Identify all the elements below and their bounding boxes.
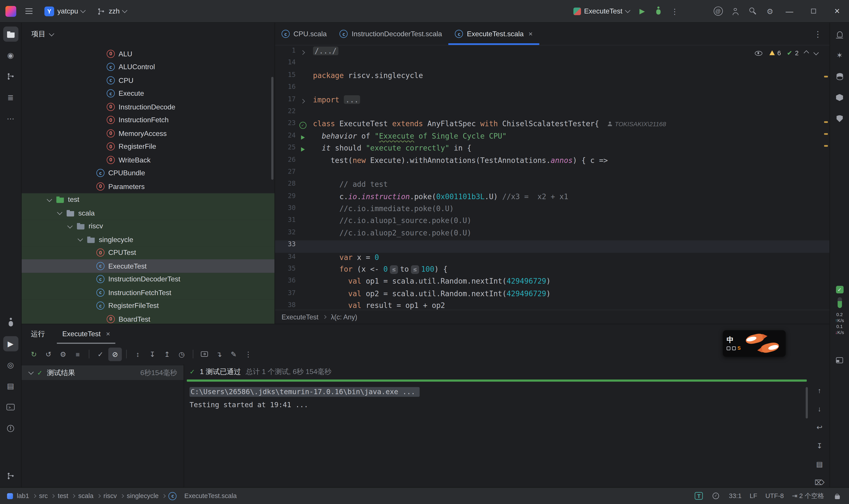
- close-icon[interactable]: ×: [106, 329, 110, 338]
- scrollbar-thumb[interactable]: [271, 77, 273, 180]
- console-line[interactable]: C:\Users\26586\.jdks\temurin-17.0.16\bin…: [189, 385, 809, 399]
- tree-item[interactable]: OCPUTest: [22, 246, 275, 259]
- status-path-item[interactable]: riscv: [104, 492, 117, 500]
- tree-item[interactable]: cRegisterFileTest: [22, 299, 275, 312]
- print-icon[interactable]: ▤: [813, 457, 826, 470]
- indent-setting[interactable]: ⇥ 2 个空格: [792, 491, 824, 501]
- console-line[interactable]: Testing started at 19:41 ...: [189, 398, 809, 411]
- tree-item[interactable]: cCPU: [22, 74, 275, 87]
- tree-item[interactable]: OMemoryAccess: [22, 127, 275, 140]
- tab-close-icon[interactable]: ×: [529, 30, 533, 38]
- coverage-icon[interactable]: ◎: [3, 357, 18, 373]
- fold-arrow-icon[interactable]: [301, 99, 305, 104]
- services-icon[interactable]: ▤: [3, 378, 18, 394]
- chevron-down-icon[interactable]: [29, 370, 34, 375]
- code-text[interactable]: val result = op1 + op2: [310, 301, 830, 310]
- notifications-icon[interactable]: [832, 26, 847, 42]
- ai-assistant-icon[interactable]: ✶: [832, 48, 847, 63]
- code-text[interactable]: //c.io.immediate.poke(0.U): [310, 204, 830, 216]
- tree-item[interactable]: OParameters: [22, 180, 275, 193]
- structure-icon[interactable]: ≣: [3, 90, 18, 105]
- console-output[interactable]: C:\Users\26586\.jdks\temurin-17.0.16\bin…: [184, 385, 810, 487]
- show-passed-icon[interactable]: ✓: [94, 347, 107, 361]
- run-panel-title[interactable]: 运行: [31, 329, 45, 339]
- clear-icon[interactable]: ⌦: [813, 476, 826, 489]
- inspections-widget[interactable]: 6 ✔2: [750, 48, 821, 58]
- branch-widget[interactable]: zzh: [92, 3, 131, 19]
- chevron-down-icon[interactable]: [47, 196, 52, 201]
- code-with-me-icon[interactable]: [728, 3, 743, 19]
- code-text[interactable]: c.io.instruction.poke(0x001101b3L.U) //x…: [310, 192, 830, 204]
- run-test-gutter-icon[interactable]: [301, 147, 304, 152]
- import-test-results-icon[interactable]: ↴: [212, 347, 226, 361]
- tab-options-icon[interactable]: ⋮: [806, 23, 830, 45]
- code-text[interactable]: //c.io.aluop1_source.poke(0.U): [310, 216, 830, 228]
- show-ignored-icon[interactable]: ⊘: [108, 347, 122, 361]
- code-text[interactable]: behavior of "Exxecute of Single Cycle CP…: [310, 131, 830, 143]
- tree-item[interactable]: ORegisterFile: [22, 140, 275, 153]
- no-problems-icon[interactable]: [711, 491, 721, 501]
- run-test-gutter-icon[interactable]: [301, 135, 304, 140]
- close-button[interactable]: ×: [825, 0, 849, 22]
- memory-indicator[interactable]: [837, 297, 842, 308]
- checks-passed-icon[interactable]: ✓: [836, 286, 843, 293]
- next-problem-icon[interactable]: [813, 50, 818, 55]
- rerun-icon[interactable]: ↻: [27, 347, 40, 361]
- project-widget[interactable]: Y yatcpu: [40, 3, 89, 19]
- search-icon[interactable]: [745, 3, 760, 19]
- chevron-down-icon[interactable]: [57, 210, 62, 215]
- run-icon[interactable]: ▶: [3, 336, 18, 352]
- status-path-item[interactable]: scala: [78, 492, 93, 500]
- passed-count[interactable]: ✔2: [787, 49, 799, 57]
- test-results-row[interactable]: ✓ 测试结果 6秒154毫秒: [22, 365, 183, 380]
- more-icon[interactable]: ⋮: [241, 347, 255, 361]
- warning-stripe-mark[interactable]: [824, 133, 828, 134]
- code-text[interactable]: // add test: [310, 180, 830, 192]
- tree-item[interactable]: test: [22, 193, 275, 206]
- status-path-item[interactable]: src: [39, 492, 48, 500]
- chevron-down-icon[interactable]: [78, 236, 83, 241]
- code-text[interactable]: package riscv.singlecycle: [310, 71, 830, 83]
- scroll-down-icon[interactable]: ↓: [813, 402, 826, 415]
- code-text[interactable]: for (x <- 0≤to≤100) {: [310, 265, 830, 277]
- soft-wrap-icon[interactable]: ↩: [813, 421, 826, 434]
- expand-all-icon[interactable]: ↧: [146, 347, 159, 361]
- tree-item[interactable]: cInstructionDecoderTest: [22, 273, 275, 286]
- code-text[interactable]: //c.io.aluop2_source.poke(0.U): [310, 228, 830, 240]
- warning-stripe-mark[interactable]: [824, 121, 828, 123]
- build-tool-icon[interactable]: [832, 90, 847, 105]
- run-button[interactable]: ▶: [634, 3, 650, 19]
- status-path-item[interactable]: ExecuteTest.scala: [184, 492, 237, 500]
- tree-item[interactable]: scala: [22, 206, 275, 219]
- tree-item[interactable]: OALU: [22, 47, 275, 60]
- tree-item[interactable]: riscv: [22, 219, 275, 233]
- problems-icon[interactable]: [3, 421, 18, 436]
- breadcrumb-item[interactable]: λ(c: Any): [331, 313, 357, 321]
- editor-tab[interactable]: cExecuteTest.scala×: [449, 23, 539, 45]
- terminal-icon[interactable]: [3, 399, 18, 415]
- main-menu-icon[interactable]: [21, 3, 37, 19]
- lock-icon[interactable]: [832, 491, 842, 501]
- warning-stripe-mark[interactable]: [824, 145, 828, 147]
- tree-item[interactable]: OWriteBack: [22, 153, 275, 166]
- snapshot-icon[interactable]: [198, 347, 211, 361]
- collapse-all-icon[interactable]: ↥: [160, 347, 174, 361]
- prev-problem-icon[interactable]: [804, 51, 809, 56]
- status-path-item[interactable]: lab1: [17, 492, 29, 500]
- line-ending[interactable]: LF: [750, 492, 757, 500]
- file-encoding[interactable]: UTF-8: [765, 492, 784, 500]
- stop-icon[interactable]: ■: [71, 347, 85, 361]
- run-config-selector[interactable]: ExecuteTest: [569, 3, 633, 19]
- editor-tab[interactable]: cCPU.scala: [275, 23, 333, 45]
- tree-item[interactable]: singlecycle: [22, 233, 275, 246]
- tree-item[interactable]: cExecuteTest: [22, 259, 275, 273]
- highlighting-eye-icon[interactable]: [754, 49, 763, 57]
- minimize-button[interactable]: —: [778, 0, 801, 22]
- code-text[interactable]: [310, 58, 830, 71]
- warning-count[interactable]: 6: [769, 49, 781, 57]
- security-icon[interactable]: [832, 111, 847, 126]
- debug-icon[interactable]: [3, 315, 18, 330]
- code-text[interactable]: test(new Execute).withAnnotations(TestAn…: [310, 156, 830, 168]
- breadcrumb-item[interactable]: ExecuteTest: [282, 313, 319, 321]
- fold-arrow-icon[interactable]: [301, 50, 305, 55]
